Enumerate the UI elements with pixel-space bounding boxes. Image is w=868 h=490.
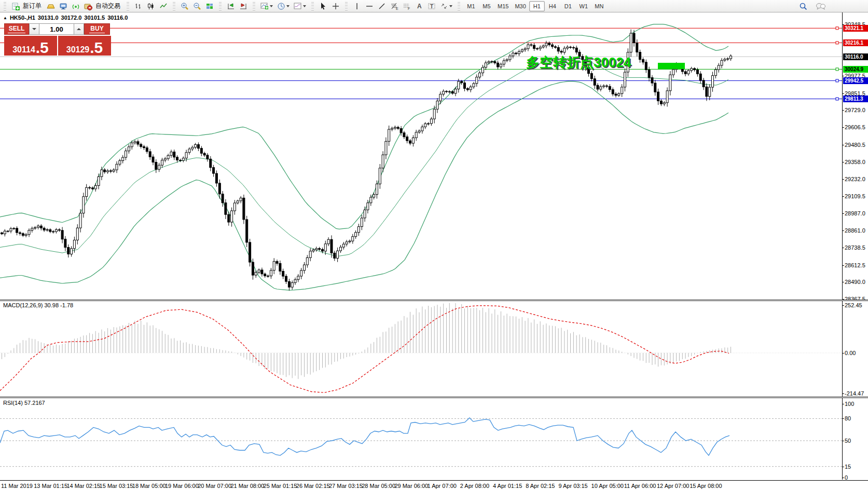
template-icon bbox=[294, 2, 302, 10]
macd-splitter[interactable] bbox=[0, 300, 868, 301]
candlestick-chart-icon bbox=[147, 2, 155, 10]
main-chart-plot[interactable] bbox=[0, 12, 868, 301]
terminal-button[interactable] bbox=[57, 1, 70, 11]
time-axis-label: 11 Apr 06:00 bbox=[624, 483, 656, 489]
tile-windows-button[interactable] bbox=[203, 1, 216, 11]
horizontal-line-button[interactable] bbox=[363, 1, 376, 11]
signal-button[interactable] bbox=[70, 1, 82, 11]
signal-icon bbox=[72, 2, 80, 10]
toolbar-grip[interactable] bbox=[458, 2, 460, 10]
open-value: 30131.0 bbox=[38, 15, 59, 21]
indicators-button[interactable] bbox=[258, 1, 275, 11]
one-click-trading-panel: SELL BUY 30114 .5 30129 .5 bbox=[4, 23, 111, 56]
chart-shift-icon bbox=[239, 2, 247, 10]
vertical-line-button[interactable] bbox=[351, 1, 363, 11]
timeframe-button-m1[interactable]: M1 bbox=[463, 1, 479, 11]
candlestick-chart-button[interactable] bbox=[145, 1, 157, 11]
timeframe-button-w1[interactable]: W1 bbox=[576, 1, 591, 11]
new-order-button[interactable] bbox=[9, 1, 22, 11]
toolbar-grip[interactable] bbox=[173, 2, 175, 10]
text-label-button[interactable]: T bbox=[425, 1, 438, 11]
price-tick-mark bbox=[842, 248, 844, 248]
chat-button[interactable] bbox=[815, 1, 827, 11]
expand-icon[interactable]: ▲ bbox=[3, 16, 7, 20]
bar-chart-button[interactable] bbox=[132, 1, 145, 11]
svg-text:T: T bbox=[430, 4, 433, 9]
price-tick-mark bbox=[842, 213, 844, 214]
line-chart-button[interactable] bbox=[157, 1, 170, 11]
timeframe-button-h4[interactable]: H4 bbox=[545, 1, 560, 11]
rsi-tick-mark bbox=[842, 404, 844, 404]
fibonacci-icon: E bbox=[390, 2, 398, 10]
macd-plot[interactable] bbox=[0, 301, 868, 397]
zoom-in-button[interactable] bbox=[178, 1, 191, 11]
volume-increase-button[interactable] bbox=[74, 23, 84, 35]
toolbar-grip[interactable] bbox=[4, 2, 6, 10]
pivot-annotation[interactable]: 多空转折点30024 bbox=[526, 53, 631, 72]
timeframe-button-d1[interactable]: D1 bbox=[560, 1, 576, 11]
crosshair-button[interactable] bbox=[329, 1, 342, 11]
price-tick-label: 29480.5 bbox=[845, 142, 865, 148]
templates-button[interactable] bbox=[292, 1, 308, 11]
macd-tick-mark bbox=[842, 353, 844, 353]
search-button[interactable] bbox=[797, 1, 809, 11]
periods-button[interactable] bbox=[275, 1, 292, 11]
time-axis-label: 26 Mar 02:15 bbox=[296, 483, 330, 489]
high-value: 30172.0 bbox=[61, 15, 82, 21]
timeframe-button-m5[interactable]: M5 bbox=[479, 1, 494, 11]
tile-windows-icon bbox=[205, 2, 214, 10]
buy-price-button[interactable]: 30129 .5 bbox=[58, 36, 111, 56]
new-order-label[interactable]: 新订单 bbox=[23, 2, 42, 10]
timeframe-button-m30[interactable]: M30 bbox=[512, 1, 529, 11]
toolbar-grip[interactable] bbox=[219, 2, 222, 10]
sell-price-button[interactable]: 30114 .5 bbox=[4, 36, 57, 56]
price-tick-mark bbox=[842, 282, 844, 282]
volume-decrease-button[interactable] bbox=[29, 23, 39, 35]
auto-scroll-icon bbox=[227, 2, 235, 10]
autotrading-label[interactable]: 自动交易 bbox=[95, 2, 120, 10]
pivot-highlight-rect[interactable] bbox=[658, 63, 685, 69]
timeframe-button-m15[interactable]: M15 bbox=[494, 1, 512, 11]
channel-button[interactable]: F bbox=[401, 1, 413, 11]
text-label-icon: T bbox=[428, 2, 436, 10]
toolbar-grip[interactable] bbox=[127, 2, 129, 10]
trendline-icon bbox=[378, 2, 386, 10]
toolbar: 新订单 自动交易 bbox=[0, 0, 868, 12]
price-tag: 30216.1 bbox=[843, 39, 868, 46]
text-button[interactable]: A bbox=[413, 1, 425, 11]
mt4-window: 新订单 自动交易 bbox=[0, 0, 868, 490]
rsi-plot[interactable] bbox=[0, 398, 868, 480]
trendline-button[interactable] bbox=[376, 1, 388, 11]
crosshair-icon bbox=[332, 2, 340, 10]
time-axis[interactable]: 11 Mar 201913 Mar 01:1514 Mar 02:1515 Ma… bbox=[0, 480, 868, 490]
timeframe-button-mn[interactable]: MN bbox=[591, 1, 607, 11]
chart-title: ▲ HK50-,H1 30131.0 30172.0 30101.5 30116… bbox=[3, 15, 128, 21]
toolbar-grip[interactable] bbox=[253, 2, 255, 10]
rsi-tick-mark bbox=[842, 441, 844, 441]
macd-label: MACD(12,26,9) 30.98 -1.78 bbox=[3, 302, 73, 308]
price-tick-label: 29606.5 bbox=[845, 124, 865, 130]
price-tick-mark bbox=[842, 196, 844, 197]
auto-scroll-button[interactable] bbox=[225, 1, 237, 11]
cursor-button[interactable] bbox=[317, 1, 329, 11]
timeframe-button-h1[interactable]: H1 bbox=[529, 1, 545, 11]
time-axis-label: 12 Apr 07:00 bbox=[657, 483, 689, 489]
zoom-out-button[interactable] bbox=[191, 1, 203, 11]
chart-shift-button[interactable] bbox=[237, 1, 250, 11]
autotrading-button[interactable] bbox=[82, 1, 94, 11]
toolbar-grip[interactable] bbox=[345, 2, 348, 10]
sell-button[interactable]: SELL bbox=[4, 23, 29, 35]
price-tick-mark bbox=[842, 145, 844, 145]
volume-input[interactable] bbox=[39, 23, 74, 35]
fibonacci-button[interactable]: E bbox=[388, 1, 401, 11]
price-tick-label: 28612.5 bbox=[845, 262, 865, 268]
buy-button[interactable]: BUY bbox=[84, 23, 110, 35]
toolbar-grip[interactable] bbox=[311, 2, 314, 10]
gold-button[interactable] bbox=[45, 1, 57, 11]
rsi-tick-mark bbox=[842, 467, 844, 467]
arrows-button[interactable] bbox=[438, 1, 454, 11]
rsi-splitter[interactable] bbox=[0, 397, 868, 398]
close-value: 30116.0 bbox=[107, 15, 128, 21]
price-axis-line bbox=[842, 12, 843, 480]
macd-tick-label: 252.45 bbox=[845, 302, 862, 308]
